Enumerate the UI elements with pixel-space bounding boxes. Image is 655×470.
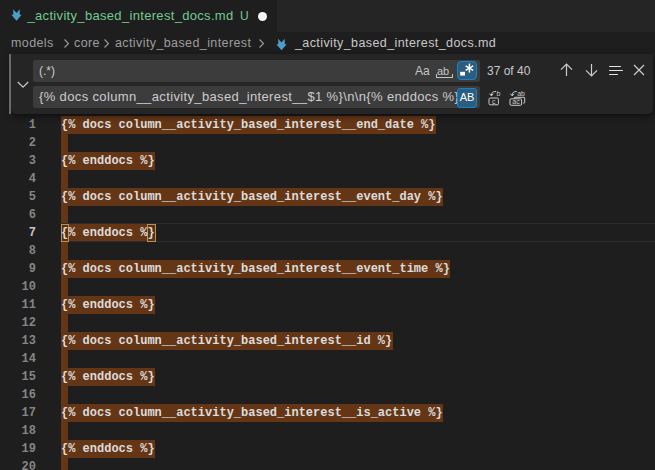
svg-text:b: b bbox=[497, 90, 501, 97]
svg-text:ab: ab bbox=[517, 90, 525, 97]
svg-text:ac: ac bbox=[512, 98, 520, 105]
svg-text:c: c bbox=[492, 98, 496, 105]
